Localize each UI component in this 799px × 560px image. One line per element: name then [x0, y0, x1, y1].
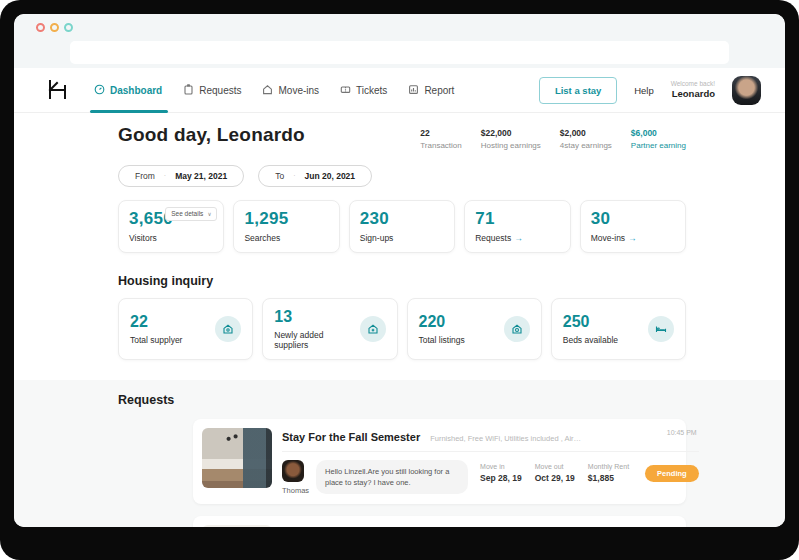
username-text: Leonardo [671, 88, 715, 100]
fourstay-earnings-stat: $2,000 4stay earnings [560, 127, 612, 152]
fourstay-logo[interactable] [46, 79, 70, 101]
request-timestamp: 10:45 PM [667, 429, 697, 436]
arrow-right-icon: → [628, 233, 637, 243]
nav-item-tickets[interactable]: Tickets [340, 68, 387, 113]
stats-row: 3,650 Visitors See details ∨ 1,295 Searc… [118, 200, 686, 253]
request-timestamp: Apr 1, 2020 [639, 526, 675, 527]
minimize-window-icon[interactable] [50, 23, 59, 32]
user-avatar[interactable] [732, 76, 761, 105]
searches-card: 1,295 Searches [233, 200, 339, 253]
earnings-summary: 22 Transaction $22,000 Hosting earnings … [420, 124, 686, 152]
date-to-picker[interactable]: To · Jun 20, 2021 [258, 165, 372, 187]
dashboard-main: Good day, Leonardo 22 Transaction $22,00… [14, 113, 785, 360]
request-card[interactable]: 10:45 PM Stay For the Fall Semester Furn… [193, 419, 686, 504]
window-controls [36, 23, 73, 32]
move-ins-card[interactable]: 30 Move-ins → [580, 200, 686, 253]
transaction-stat: 22 Transaction [420, 127, 462, 152]
maximize-window-icon[interactable] [64, 23, 73, 32]
request-list: 10:45 PM Stay For the Fall Semester Furn… [193, 419, 686, 527]
beds-available-card: 250 Beds available [551, 298, 686, 360]
arrow-right-icon: → [514, 233, 523, 243]
house-listings-icon [504, 316, 530, 342]
rent-col: Monthly Rent $1,885 [588, 463, 629, 483]
requests-title: Requests [118, 393, 686, 407]
status-badge[interactable]: Pending [645, 465, 699, 482]
message-bubble: Hello Linzell.Are you still looking for … [316, 460, 468, 495]
device-frame: Dashboard Requests Move-ins [0, 0, 799, 560]
page-title: Good day, Leonardo [118, 124, 305, 146]
clipboard-icon [183, 84, 194, 97]
move-out-col: Move out Oct 29, 19 [535, 463, 575, 483]
listing-photo [202, 525, 272, 527]
date-filters: From · May 21, 2021 To · Jun 20, 2021 [118, 165, 686, 187]
nav-item-move-ins[interactable]: Move-ins [262, 68, 319, 113]
address-bar-input[interactable] [70, 41, 729, 64]
help-link[interactable]: Help [634, 85, 654, 96]
home-icon [262, 84, 273, 97]
nav-item-dashboard[interactable]: Dashboard [94, 68, 162, 113]
close-window-icon[interactable] [36, 23, 45, 32]
navbar-right: List a stay Help Welcome back! Leonardo [539, 76, 761, 105]
see-details-button[interactable]: See details ∨ [165, 207, 217, 221]
date-from-picker[interactable]: From · May 21, 2021 [118, 165, 244, 187]
top-navbar: Dashboard Requests Move-ins [14, 68, 785, 113]
welcome-block: Welcome back! Leonardo [671, 80, 715, 100]
listing-amenities: Furnished, Free WiFi, Utilities included… [430, 434, 581, 443]
partner-earning-stat: $6,000 Partner earning [631, 127, 686, 152]
move-in-col: Move in Sep 28, 19 [480, 463, 522, 483]
housing-inquiry-title: Housing inquiry [118, 274, 686, 288]
chevron-down-icon: ∨ [207, 211, 211, 217]
nav-item-report[interactable]: Report [408, 68, 454, 113]
browser-chrome [14, 14, 785, 68]
new-suppliers-card: 13 Newly added suppliers [262, 298, 397, 360]
requests-card[interactable]: 71 Requests → [464, 200, 570, 253]
request-card[interactable]: Apr 1, 2020 Amazing Luxury Apartment - 1… [193, 516, 686, 527]
visitors-card: 3,650 Visitors See details ∨ [118, 200, 224, 253]
dashboard-icon [94, 84, 105, 97]
main-nav: Dashboard Requests Move-ins [94, 68, 454, 113]
listing-title[interactable]: Stay For the Fall Semester [282, 431, 420, 443]
housing-cards-row: 22 Total supplyer 13 Newly added supplie… [118, 298, 686, 360]
total-suppliers-card: 22 Total supplyer [118, 298, 253, 360]
requests-section: Requests 10:45 PM Stay For the Fall Seme… [14, 380, 785, 527]
list-a-stay-button[interactable]: List a stay [539, 77, 617, 104]
browser-window: Dashboard Requests Move-ins [14, 14, 785, 527]
house-user-icon [215, 316, 241, 342]
active-tab-underline [90, 110, 168, 113]
nav-item-requests[interactable]: Requests [183, 68, 241, 113]
house-plus-icon [360, 316, 386, 342]
sender-avatar[interactable] [282, 460, 304, 482]
sender-name: Thomas [282, 486, 309, 495]
listing-photo [202, 428, 272, 488]
report-icon [408, 84, 419, 97]
bed-icon [648, 316, 674, 342]
signups-card: 230 Sign-ups [349, 200, 455, 253]
hosting-earnings-stat: $22,000 Hosting earnings [481, 127, 541, 152]
total-listings-card: 220 Total listings [407, 298, 542, 360]
ticket-icon [340, 84, 351, 97]
welcome-text: Welcome back! [671, 80, 715, 88]
